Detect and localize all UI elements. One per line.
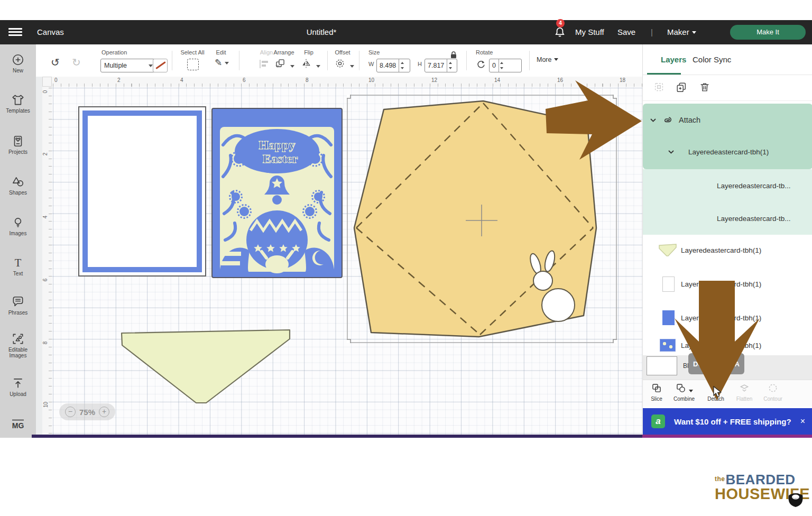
sidebar-item-phrases[interactable]: Phrases [0, 295, 36, 316]
pen-color-swatch[interactable] [153, 59, 168, 72]
rotate-field[interactable]: 0 [489, 59, 522, 72]
combine-icon [676, 383, 686, 393]
zoom-out-button[interactable]: − [65, 407, 76, 417]
card-base-layer[interactable] [78, 106, 206, 277]
pen-stroke-icon [155, 61, 166, 69]
sidebar-item-shapes[interactable]: Shapes [0, 175, 36, 196]
contour-icon [768, 383, 778, 393]
zoom-in-button[interactable]: + [99, 407, 109, 417]
card-text-line1: Happy [259, 138, 295, 152]
width-label: W [368, 61, 374, 67]
flip-button[interactable] [301, 58, 320, 71]
document-title: Untitled* [290, 20, 353, 44]
save-button[interactable]: Save [617, 20, 635, 44]
svg-text:T: T [15, 257, 22, 269]
undo-button[interactable]: ↺ [51, 56, 60, 69]
horizontal-ruler: 0 2 4 6 8 10 12 14 16 18 [52, 77, 642, 87]
chevron-down-icon [650, 118, 656, 122]
machine-selector[interactable]: Maker [667, 20, 696, 44]
flatten-button[interactable]: Flatten [731, 383, 758, 402]
layer-row-child-2[interactable]: Layeredeastercard-tb... [643, 202, 812, 235]
chevron-down-icon [225, 62, 229, 67]
sidebar-item-templates[interactable]: Templates [0, 93, 36, 114]
height-field[interactable]: 7.817 [425, 59, 457, 72]
sidebar-item-projects[interactable]: Projects [0, 134, 36, 155]
layer-row-pattern[interactable]: Layeredeastercard-tbh(1) [643, 335, 812, 355]
sidebar-item-images[interactable]: Images [0, 216, 36, 236]
chevron-down-icon [149, 64, 153, 69]
rotate-stepper[interactable] [499, 59, 506, 72]
lock-aspect-icon[interactable] [450, 51, 457, 59]
layer-thumbnail-pattern [660, 339, 676, 352]
layer-row-white[interactable]: Layeredeastercard-tbh(1) [643, 269, 812, 299]
tab-color-sync[interactable]: Color Sync [693, 44, 731, 75]
combine-button[interactable]: Combine [670, 383, 698, 402]
attach-group: Attach Layeredeastercard-tbh(1) [643, 104, 812, 169]
chevron-down-icon [316, 65, 320, 70]
easter-card-layer[interactable]: Happy Easter [211, 108, 343, 278]
sidebar-item-monogram[interactable]: MG [0, 418, 36, 431]
sidebar-item-upload[interactable]: Upload [0, 376, 36, 397]
layer-name: Layeredeastercard-tbh(1) [681, 280, 761, 288]
layer-name: Layeredeastercard-tbh(1) [681, 246, 761, 254]
arrange-button[interactable] [275, 58, 294, 71]
envelope-layer[interactable] [347, 95, 617, 343]
hamburger-menu-icon[interactable] [8, 28, 22, 36]
more-button[interactable]: More [537, 56, 558, 63]
flip-icon [301, 58, 311, 69]
duplicate-icon[interactable] [676, 81, 687, 93]
zoom-control: − 75% + [59, 403, 115, 420]
sidebar-item-editable-images[interactable]: Editable Images [0, 332, 36, 358]
images-icon [11, 216, 25, 229]
layer-row-child-1[interactable]: Layeredeastercard-tb... [643, 169, 812, 202]
trash-icon[interactable] [699, 81, 710, 93]
layer-thumbnail-blue [662, 310, 675, 325]
make-it-button[interactable]: Make It [730, 25, 806, 40]
new-icon [11, 53, 25, 67]
my-stuff-link[interactable]: My Stuff [575, 20, 604, 44]
detach-button[interactable]: Detach [702, 383, 730, 402]
sidebar-item-new[interactable]: New [0, 53, 36, 73]
flip-label: Flip [301, 49, 317, 56]
close-icon[interactable]: × [800, 417, 805, 426]
panel-bottom-strip [642, 435, 812, 438]
chevron-down-icon [290, 65, 294, 70]
arrange-label: Arrange [270, 49, 298, 56]
design-canvas[interactable]: 0 2 4 6 8 10 12 14 16 18 0 2 4 6 8 10 [36, 77, 642, 438]
height-stepper[interactable] [447, 59, 454, 72]
flatten-icon [739, 383, 750, 393]
align-icon [259, 59, 271, 69]
slice-button[interactable]: Slice [643, 383, 670, 402]
chevron-down-icon [692, 31, 696, 36]
contour-button[interactable]: Contour [759, 383, 787, 402]
layer-actions-bar: Slice Combine Detach Flatten Contour [643, 380, 812, 407]
redo-button[interactable]: ↻ [72, 56, 81, 69]
color-swatch-blank[interactable] [647, 356, 677, 375]
width-field[interactable]: 8.498 [376, 59, 410, 72]
card-text-line2: Easter [263, 152, 298, 165]
rotate-icon[interactable] [476, 59, 486, 69]
canvas-menu-button[interactable]: Canvas [37, 20, 64, 44]
edit-button[interactable]: ✎ [215, 57, 229, 68]
notification-count-badge: 4 [556, 19, 565, 27]
layer-row-liner[interactable]: Layeredeastercard-tbh(1) [643, 235, 812, 265]
sidebar-item-text[interactable]: T Text [0, 256, 36, 277]
attach-group-item[interactable]: Layeredeastercard-tbh(1) [643, 142, 812, 162]
rotate-label: Rotate [476, 49, 493, 56]
layer-name: Layeredeastercard-tb... [717, 215, 791, 223]
operation-dropdown[interactable]: Multiple [100, 59, 156, 72]
top-bar: Canvas Untitled* 4 My Stuff Save | Maker… [0, 20, 812, 44]
attach-group-header[interactable]: Attach [643, 110, 812, 130]
offset-label: Offset [332, 49, 353, 56]
select-layers-icon[interactable] [653, 81, 665, 93]
layer-row-blue[interactable]: Layeredeastercard-tbh(1) [643, 302, 812, 333]
width-stepper[interactable] [399, 59, 406, 72]
height-label: H [418, 61, 422, 67]
envelope-liner-layer[interactable] [121, 329, 291, 405]
chevron-down-icon [668, 150, 674, 154]
header-divider: | [651, 20, 653, 44]
offset-button[interactable] [335, 58, 354, 71]
select-all-button[interactable] [187, 59, 199, 70]
tab-layers[interactable]: Layers [661, 44, 686, 75]
promo-banner[interactable]: a Want $10 off + FREE shipping? × [643, 408, 812, 435]
